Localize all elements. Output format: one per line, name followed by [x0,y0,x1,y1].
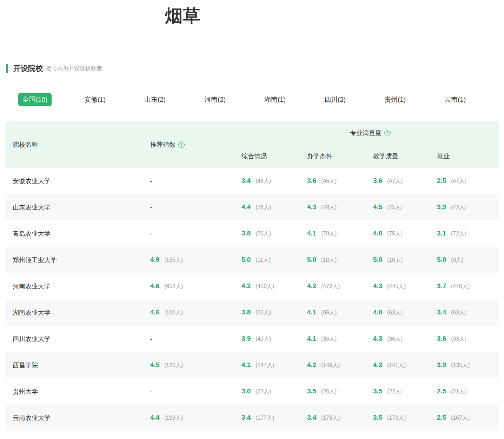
recommend-score: 4.6 [150,308,159,316]
satisfaction-score: 5.0 [373,256,382,263]
satisfaction-score: 4.1 [241,361,251,368]
satisfaction-count: (72人) [451,204,466,210]
province-tab[interactable]: 山东(2) [125,95,185,104]
section-title: 开设院校 [13,64,43,73]
satisfaction-cell-conditions: 5.0 (10人) [307,256,373,264]
tab-label: 贵州(1) [384,95,406,104]
satisfaction-cell-conditions: 4.1 (65人) [307,308,373,317]
satisfaction-cell-employment: 3.9 (72人) [437,203,499,211]
province-tab[interactable]: 贵州(1) [365,95,425,104]
satisfaction-score: 5.0 [241,256,251,263]
satisfaction-cell-teaching: 4.0 (75人) [373,230,437,238]
satisfaction-cell-teaching: 4.0 (63人) [373,308,437,317]
page-title: 烟草 [0,0,366,27]
school-name[interactable]: 西昌学院 [13,361,150,370]
recommend-score: - [150,335,152,342]
recommend-cell: 4.6 (100人) [150,308,241,317]
satisfaction-count: (79人) [321,204,337,210]
satisfaction-score: 3.9 [241,335,251,342]
recommend-cell: - [150,388,241,395]
satisfaction-count: (66人) [256,310,271,315]
satisfaction-count: (9人) [451,257,464,263]
table-row: 四川农业大学 - 3.9 (40人) 4.1 (36人) 4.3 (36人) 3… [5,326,499,352]
satisfaction-count: (72人) [451,231,466,237]
satisfaction-count: (11人) [256,257,271,263]
satisfaction-count: (75人) [387,204,403,210]
satisfaction-count: (76人) [256,231,271,237]
recommend-count: (100人) [164,310,183,315]
satisfaction-count: (76人) [256,204,271,210]
satisfaction-score: 3.4 [241,177,251,184]
school-name[interactable]: 安徽农业大学 [13,177,150,185]
satisfaction-cell-conditions: 3.4 (178人) [307,414,373,422]
recommend-cell: 4.5 (120人) [150,361,241,369]
school-name[interactable]: 青岛农业大学 [13,230,150,238]
section-subtitle: 括号内为开设院校数量 [46,65,102,72]
satisfaction-cell-overall: 3.4 (177人) [241,414,307,422]
satisfaction-cell-employment: 2.5 (21人) [437,387,499,395]
table-row: 云南农业大学 4.4 (193人) 3.4 (177人) 3.4 (178人) … [5,405,499,431]
satisfaction-cell-employment: 3.7 (440人) [437,282,499,290]
question-mark-icon[interactable]: ? [178,141,185,148]
satisfaction-score: 3.5 [307,387,316,395]
satisfaction-cell-conditions: 4.1 (36人) [307,335,373,343]
satisfaction-count: (26人) [321,388,337,394]
schools-table: 院校名称 推荐指数 ? 专业满意度 ? 综合情况办学条件教学质量就业 安徽农业大… [5,121,499,431]
satisfaction-score: 4.5 [373,203,382,211]
recommend-score: - [150,177,152,185]
satisfaction-cell-conditions: 3.6 (46人) [307,177,373,185]
recommend-score: 4.6 [150,282,159,290]
tab-label: 云南(1) [444,95,466,104]
satisfaction-count: (445人) [387,283,406,289]
satisfaction-score: 3.6 [307,177,316,184]
school-name[interactable]: 郑州轻工业大学 [13,256,150,264]
satisfaction-cell-teaching: 4.3 (445人) [373,282,437,290]
satisfaction-score: 3.8 [241,230,251,237]
school-name[interactable]: 河南农业大学 [13,282,150,291]
province-tab[interactable]: 湖南(1) [245,95,305,104]
province-tab[interactable]: 四川(2) [305,95,365,104]
satisfaction-cell-employment: 5.0 (9人) [437,256,499,264]
column-header-satisfaction-group: 专业满意度 ? [241,121,499,145]
column-header-school: 院校名称 [13,121,38,168]
satisfaction-count: (21人) [451,388,466,394]
tab-label: 四川(2) [324,95,346,104]
province-tab[interactable]: 河南(2) [185,95,245,104]
tab-label: 全国(10) [18,93,52,107]
satisfaction-score: 4.3 [373,335,382,342]
recommend-cell: - [150,335,241,343]
satisfaction-cell-teaching: 3.6 (47人) [373,177,437,185]
satisfaction-count: (10人) [321,257,337,263]
province-tab[interactable]: 云南(1) [425,95,485,104]
recommend-cell: - [150,204,241,211]
satisfaction-score: 4.2 [241,282,251,290]
school-name[interactable]: 云南农业大学 [13,414,150,422]
recommend-cell: - [150,230,241,238]
table-row: 贵州大学 - 3.0 (23人) 3.5 (26人) 3.5 (22人) 2.5… [5,378,499,405]
satisfaction-count: (48人) [256,178,271,184]
school-name[interactable]: 贵州大学 [13,387,150,396]
satisfaction-cell-overall: 3.9 (40人) [241,335,307,343]
recommend-count: (652人) [164,283,183,289]
school-name[interactable]: 湖南农业大学 [13,308,150,317]
satisfaction-count: (450人) [256,283,274,289]
satisfaction-score: 3.9 [437,203,446,211]
school-name[interactable]: 山东农业大学 [13,203,150,212]
satisfaction-cell-employment: 2.5 (167人) [437,414,499,422]
sub-column-header: 办学条件 [307,152,373,160]
satisfaction-score: 4.3 [373,282,382,290]
satisfaction-cell-overall: 4.2 (450人) [241,282,307,290]
recommend-count: (135人) [164,257,183,263]
recommend-cell: 4.6 (652人) [150,282,241,290]
table-header: 院校名称 推荐指数 ? 专业满意度 ? 综合情况办学条件教学质量就业 [5,121,499,168]
school-name[interactable]: 四川农业大学 [13,335,150,343]
question-mark-icon[interactable]: ? [384,130,391,136]
column-header-recommend: 推荐指数 ? [150,121,185,168]
satisfaction-score: 3.5 [373,414,382,421]
satisfaction-score: 3.8 [241,308,251,316]
satisfaction-score: 3.1 [437,230,446,237]
satisfaction-count: (147人) [256,362,274,368]
province-tab[interactable]: 安徽(1) [65,95,125,104]
province-tab-active[interactable]: 全国(10) [5,93,65,107]
table-row: 湖南农业大学 4.6 (100人) 3.8 (66人) 4.1 (65人) 4.… [5,299,499,326]
